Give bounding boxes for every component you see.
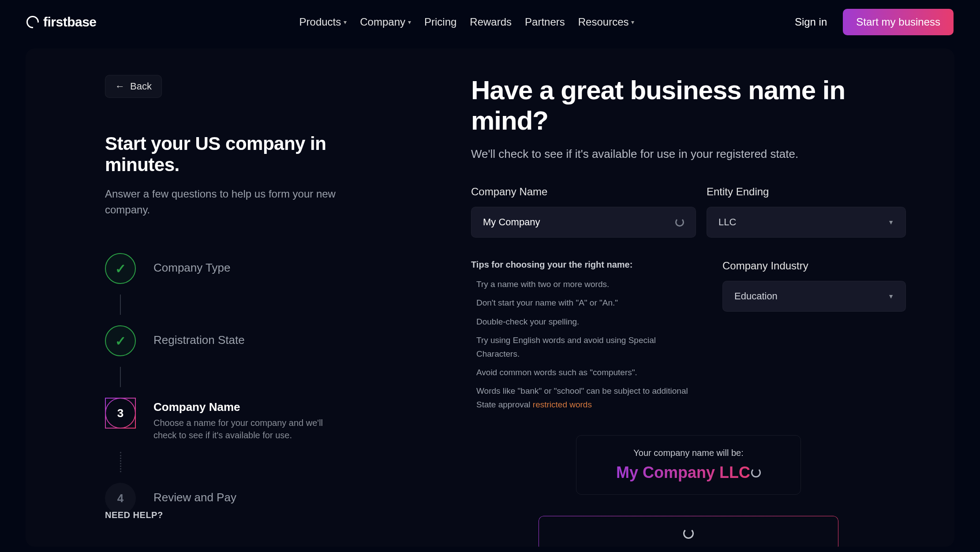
chevron-down-icon: ▾	[631, 19, 634, 26]
spinner-icon	[683, 528, 694, 539]
entity-ending-field: Entity Ending LLC ▼	[707, 186, 906, 238]
step-check-icon: ✓	[105, 253, 136, 284]
preview-label: Your company name will be:	[585, 448, 792, 458]
tip-item: Try a name with two or more words.	[471, 278, 696, 291]
industry-select[interactable]: Education ▼	[722, 281, 906, 312]
preview-name: My Company LLC	[616, 463, 761, 482]
tips-row: Tips for choosing your the right name: T…	[471, 260, 906, 417]
tip-item: Words like "bank" or "school" can be sub…	[471, 384, 696, 411]
progress-steps: ✓ Company Type ✓ Registration State 3 Co…	[105, 253, 396, 514]
step-number-3: 3	[105, 398, 136, 429]
step-check-icon: ✓	[105, 325, 136, 356]
step-company-name: 3 Company Name Choose a name for your co…	[105, 398, 396, 441]
chevron-down-icon: ▾	[408, 19, 411, 26]
need-help-link[interactable]: NEED HELP?	[105, 510, 163, 520]
tip-item: Avoid common words such as "computers".	[471, 366, 696, 379]
dropdown-triangle-icon: ▼	[888, 219, 894, 226]
step-number-4: 4	[105, 483, 136, 514]
chevron-down-icon: ▾	[344, 19, 347, 26]
right-title: Have a great business name in mind?	[471, 75, 868, 136]
step-connector	[120, 295, 121, 315]
signin-link[interactable]: Sign in	[795, 16, 827, 28]
tip-item: Double-check your spelling.	[471, 315, 696, 328]
name-row: Company Name My Company Entity Ending LL…	[471, 186, 906, 238]
company-name-input[interactable]: My Company	[471, 207, 696, 238]
industry-label: Company Industry	[722, 260, 906, 272]
restricted-words-link[interactable]: restricted words	[533, 400, 592, 409]
entity-ending-select[interactable]: LLC ▼	[707, 207, 906, 238]
spinner-icon	[751, 468, 761, 477]
step-company-type: ✓ Company Type	[105, 253, 396, 284]
logo-mark-icon	[26, 16, 39, 28]
nav-right: Sign in Start my business	[795, 9, 954, 35]
arrow-left-icon: ←	[115, 81, 125, 92]
left-column: ← Back Start your US company in minutes.…	[26, 48, 436, 547]
submit-loading-box[interactable]	[539, 516, 838, 547]
brand-name: firstbase	[43, 15, 97, 30]
left-subtitle: Answer a few questions to help us form y…	[105, 186, 352, 218]
step-registration-state: ✓ Registration State	[105, 325, 396, 356]
start-business-button[interactable]: Start my business	[843, 9, 954, 35]
main-panel: ← Back Start your US company in minutes.…	[26, 48, 954, 547]
company-name-field: Company Name My Company	[471, 186, 696, 238]
step-review-pay: 4 Review and Pay	[105, 483, 396, 514]
nav-center: Products ▾ Company ▾ Pricing Rewards Par…	[299, 16, 635, 28]
top-nav: firstbase Products ▾ Company ▾ Pricing R…	[0, 0, 980, 44]
left-title: Start your US company in minutes.	[105, 133, 396, 175]
entity-ending-label: Entity Ending	[707, 186, 906, 198]
nav-pricing[interactable]: Pricing	[424, 16, 456, 28]
tips-block: Tips for choosing your the right name: T…	[471, 260, 696, 417]
right-column: Have a great business name in mind? We'l…	[436, 48, 954, 547]
tip-item: Don't start your name with "A" or "An."	[471, 296, 696, 310]
name-preview-box: Your company name will be: My Company LL…	[576, 435, 801, 495]
nav-rewards[interactable]: Rewards	[470, 16, 512, 28]
back-button[interactable]: ← Back	[105, 75, 162, 98]
step-connector	[120, 367, 121, 387]
nav-partners[interactable]: Partners	[525, 16, 565, 28]
industry-field: Company Industry Education ▼	[722, 260, 906, 417]
right-subtitle: We'll check to see if it's available for…	[471, 147, 906, 161]
step-connector-dotted	[120, 452, 121, 472]
nav-resources[interactable]: Resources ▾	[578, 16, 635, 28]
tip-item: Try using English words and avoid using …	[471, 334, 696, 361]
dropdown-triangle-icon: ▼	[888, 293, 894, 300]
spinner-icon	[675, 218, 684, 227]
company-name-label: Company Name	[471, 186, 696, 198]
nav-products[interactable]: Products ▾	[299, 16, 347, 28]
tips-title: Tips for choosing your the right name:	[471, 260, 696, 270]
logo[interactable]: firstbase	[26, 15, 97, 30]
nav-company[interactable]: Company ▾	[360, 16, 411, 28]
